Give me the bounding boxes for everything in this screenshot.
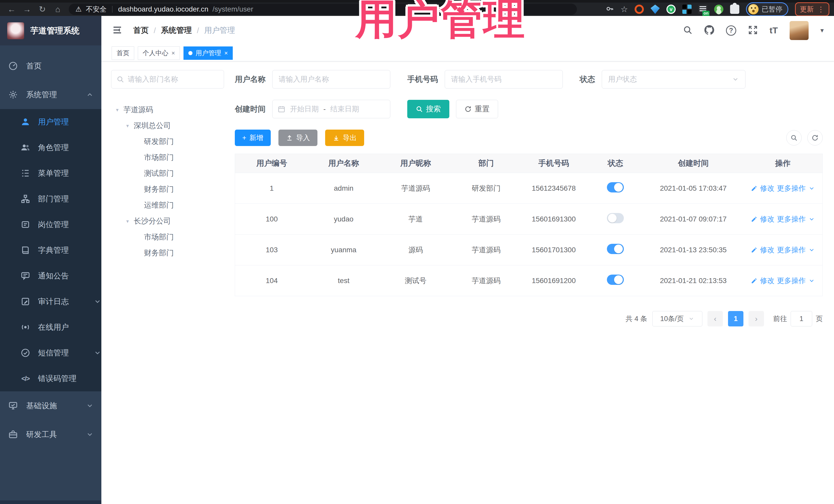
monitor-icon	[8, 400, 19, 411]
department-search-input[interactable]	[128, 75, 219, 83]
breadcrumb-system[interactable]: 系统管理	[161, 25, 192, 36]
home-icon[interactable]: ⌂	[51, 3, 65, 16]
mobile-label: 手机号码	[407, 74, 438, 85]
tree-node[interactable]: ▾芋道源码	[111, 102, 224, 118]
mobile-input[interactable]	[445, 70, 563, 89]
status-toggle[interactable]	[607, 244, 624, 254]
font-size-icon[interactable]: tT	[770, 25, 778, 36]
cell-username: yuanma	[308, 235, 379, 265]
extension-icon-switchy[interactable]: on	[698, 5, 707, 14]
extension-icon-squares[interactable]	[682, 5, 692, 14]
tree-expand-icon[interactable]: ▾	[125, 218, 131, 224]
extension-icon-person[interactable]	[714, 5, 723, 14]
chevron-down-icon[interactable]	[808, 185, 815, 192]
prev-page-button[interactable]: ‹	[707, 311, 723, 326]
status-select[interactable]: 用户状态	[602, 70, 745, 89]
close-icon[interactable]: ×	[171, 49, 175, 57]
tree-node[interactable]: 测试部门	[111, 166, 224, 181]
sidebar-item-online-users[interactable]: 在线用户	[0, 314, 101, 340]
sidebar-item-users[interactable]: 用户管理	[0, 109, 101, 135]
edit-link[interactable]: 修改	[760, 245, 774, 255]
bookmark-star-icon[interactable]: ☆	[620, 4, 628, 14]
fullscreen-icon[interactable]	[748, 25, 758, 36]
not-secure-label: 不安全	[86, 5, 107, 14]
chevron-down-icon	[86, 431, 94, 438]
more-actions-link[interactable]: 更多操作	[777, 214, 806, 224]
date-range-picker[interactable]: 开始日期 - 结束日期	[272, 100, 390, 118]
search-button[interactable]: 搜索	[407, 100, 449, 118]
sidebar-item-audit-log[interactable]: 审计日志	[0, 289, 101, 314]
status-toggle[interactable]	[607, 275, 624, 285]
edit-link[interactable]: 修改	[760, 276, 774, 286]
tree-node[interactable]: 财务部门	[111, 181, 224, 197]
extension-icon-orange[interactable]	[635, 5, 644, 14]
tree-node[interactable]: 财务部门	[111, 245, 224, 261]
next-page-button[interactable]: ›	[749, 311, 764, 326]
reset-button[interactable]: 重置	[456, 100, 498, 118]
extensions-puzzle-icon[interactable]	[730, 5, 739, 14]
sidebar-item-sms[interactable]: 短信管理	[0, 340, 101, 366]
more-actions-link[interactable]: 更多操作	[777, 245, 806, 255]
chevron-down-icon[interactable]	[808, 247, 815, 253]
forward-icon[interactable]: →	[20, 3, 34, 16]
sidebar-item-posts[interactable]: 岗位管理	[0, 212, 101, 237]
reload-icon[interactable]: ↻	[36, 3, 49, 16]
department-search[interactable]	[111, 70, 224, 89]
extension-icon-green[interactable]: v	[666, 5, 676, 14]
back-icon[interactable]: ←	[5, 3, 19, 16]
search-icon[interactable]	[683, 25, 693, 36]
close-icon[interactable]: ×	[224, 49, 228, 57]
sidebar-item-devtools[interactable]: 研发工具	[0, 420, 101, 449]
sidebar-item-system[interactable]: 系统管理	[0, 80, 101, 109]
edit-link[interactable]: 修改	[760, 183, 774, 193]
page-number-button[interactable]: 1	[728, 311, 743, 326]
tree-node[interactable]: ▾长沙分公司	[111, 213, 224, 229]
page-size-select[interactable]: 10条/页	[652, 311, 702, 326]
tab-user-management[interactable]: 用户管理 ×	[183, 46, 233, 60]
tree-expand-icon[interactable]: ▾	[114, 107, 120, 113]
chevron-down-icon[interactable]	[808, 278, 815, 284]
refresh-table-button[interactable]	[807, 130, 823, 146]
browser-profile-button[interactable]: 已暂停	[746, 2, 788, 16]
breadcrumb-home[interactable]: 首页	[133, 25, 149, 36]
chevron-down-icon[interactable]	[808, 216, 815, 222]
status-toggle[interactable]	[607, 213, 624, 223]
more-actions-link[interactable]: 更多操作	[777, 276, 806, 286]
avatar-caret-icon[interactable]: ▾	[820, 26, 824, 35]
tree-node[interactable]: 研发部门	[111, 134, 224, 150]
extension-icon-gem[interactable]	[651, 5, 660, 14]
user-avatar[interactable]	[790, 21, 809, 40]
tree-node[interactable]: ▾深圳总公司	[111, 118, 224, 134]
sidebar-item-error-codes[interactable]: </> 错误码管理	[0, 366, 101, 391]
tree-expand-icon[interactable]: ▾	[125, 123, 131, 129]
tab-profile[interactable]: 个人中心 ×	[138, 46, 180, 60]
tree-node[interactable]: 市场部门	[111, 150, 224, 166]
status-toggle[interactable]	[607, 182, 624, 193]
sidebar-item-dict[interactable]: 字典管理	[0, 237, 101, 263]
tree-node[interactable]: 市场部门	[111, 229, 224, 245]
username-input[interactable]	[272, 70, 390, 89]
more-actions-link[interactable]: 更多操作	[777, 183, 806, 193]
upload-icon	[286, 134, 293, 141]
edit-link[interactable]: 修改	[760, 214, 774, 224]
sidebar-item-roles[interactable]: 角色管理	[0, 135, 101, 160]
password-key-icon[interactable]	[606, 5, 614, 14]
help-icon[interactable]: ?	[726, 25, 736, 36]
tab-home[interactable]: 首页	[112, 46, 134, 60]
hamburger-icon[interactable]	[112, 24, 123, 37]
tree-node[interactable]: 运维部门	[111, 197, 224, 213]
github-icon[interactable]	[704, 25, 714, 36]
app-logo[interactable]: 芋道管理系统	[0, 16, 101, 45]
sidebar-item-depts[interactable]: 部门管理	[0, 186, 101, 212]
add-button[interactable]: + 新增	[235, 130, 271, 146]
sidebar-item-notice[interactable]: 通知公告	[0, 263, 101, 289]
column-header: 用户名称	[308, 154, 379, 173]
export-button[interactable]: 导出	[325, 130, 364, 146]
show-search-toggle-button[interactable]	[786, 130, 802, 146]
sidebar-item-infrastructure[interactable]: 基础设施	[0, 391, 101, 420]
goto-page-input[interactable]	[791, 311, 812, 326]
browser-update-button[interactable]: 更新 ⋮	[795, 2, 829, 16]
sidebar-item-menus[interactable]: 菜单管理	[0, 160, 101, 186]
import-button[interactable]: 导入	[279, 130, 317, 146]
sidebar-item-home[interactable]: 首页	[0, 51, 101, 80]
